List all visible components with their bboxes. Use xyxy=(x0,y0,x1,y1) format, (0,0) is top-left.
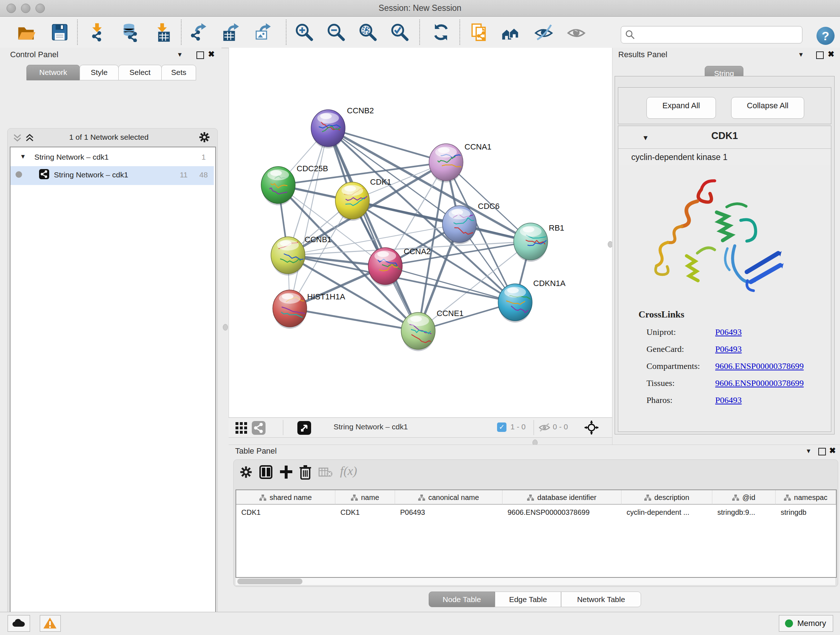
column-header-canonical-name[interactable]: canonical name xyxy=(395,490,502,505)
open-file-icon[interactable] xyxy=(17,22,36,42)
node-table[interactable]: shared name name canonical name database… xyxy=(235,489,837,578)
show-all-icon[interactable] xyxy=(567,22,586,42)
birds-eye-view-icon[interactable] xyxy=(297,421,311,435)
expand-all-button[interactable]: Expand All xyxy=(646,97,716,119)
results-panel-close-icon[interactable]: ✖ xyxy=(828,50,834,59)
table-cell[interactable]: stringdb:9... xyxy=(712,505,775,520)
hidden-items-eye-icon[interactable] xyxy=(538,423,551,432)
network-options-gear-icon[interactable] xyxy=(199,131,210,143)
export-image-icon[interactable] xyxy=(253,22,273,42)
column-header-@id[interactable]: @id xyxy=(712,490,775,505)
import-table-file-icon[interactable] xyxy=(153,22,173,42)
crosslink-value-link[interactable]: P06493 xyxy=(715,344,742,354)
share-view-icon[interactable] xyxy=(252,421,265,435)
node-CDC25B[interactable] xyxy=(261,166,295,205)
zoom-out-icon[interactable] xyxy=(326,22,346,42)
selected-nodes-checkbox-icon[interactable]: ✓ xyxy=(497,423,507,432)
help-icon[interactable]: ? xyxy=(816,27,835,45)
table-options-gear-icon[interactable] xyxy=(240,466,253,478)
table-cell[interactable]: CDK1 xyxy=(335,505,395,520)
crosslink-value-link[interactable]: P06493 xyxy=(715,395,742,405)
node-CCNB2[interactable] xyxy=(311,110,345,149)
node-label-CDC25B: CDC25B xyxy=(297,164,328,173)
tree-expander-icon[interactable]: ▼ xyxy=(20,153,26,160)
node-CDKN1A[interactable] xyxy=(498,284,532,323)
memory-status-dot-icon xyxy=(785,619,793,627)
first-neighbors-icon[interactable] xyxy=(501,22,521,42)
hide-selected-icon[interactable] xyxy=(534,22,554,42)
export-network-icon[interactable] xyxy=(189,22,209,42)
tab-style[interactable]: Style xyxy=(80,65,118,80)
tree-row-collection[interactable]: ▼ String Network – cdk1 1 xyxy=(11,149,214,166)
import-network-database-icon[interactable] xyxy=(121,22,141,42)
control-panel-close-icon[interactable]: ✖ xyxy=(208,50,215,59)
control-panel-menu-icon[interactable]: ▾ xyxy=(178,50,182,59)
node-RB1[interactable] xyxy=(514,223,548,262)
status-bar: Memory xyxy=(0,612,840,635)
table-scrollbar-thumb[interactable] xyxy=(237,578,302,584)
node-CDC6[interactable] xyxy=(442,206,477,244)
results-panel: Results Panel ▾ ✖ String Expand All Coll… xyxy=(612,48,840,445)
table-panel-menu-icon[interactable]: ▾ xyxy=(807,447,810,455)
table-cell[interactable]: cyclin-dependent ... xyxy=(622,505,712,520)
column-header-shared-name[interactable]: shared name xyxy=(236,490,335,505)
tab-edge-table[interactable]: Edge Table xyxy=(495,592,561,607)
collapse-all-button[interactable]: Collapse All xyxy=(731,97,804,119)
warning-button[interactable] xyxy=(40,615,61,632)
show-columns-icon[interactable] xyxy=(259,465,273,479)
node-label-CCNA1: CCNA1 xyxy=(464,142,492,151)
add-column-icon[interactable] xyxy=(279,465,293,479)
collapse-all-chevrons-icon[interactable] xyxy=(13,134,22,142)
tab-node-table[interactable]: Node Table xyxy=(429,592,495,607)
zoom-in-icon[interactable] xyxy=(294,22,314,42)
table-panel-float-icon[interactable] xyxy=(818,448,826,455)
column-header-description[interactable]: description xyxy=(622,490,712,505)
tab-sets[interactable]: Sets xyxy=(161,65,196,80)
tree-row-network[interactable]: String Network – cdk1 11 48 xyxy=(11,166,214,185)
node-CCNA2[interactable] xyxy=(368,248,402,287)
network-canvas[interactable]: CCNB2 CCNA1 CDC25B CDK1 CDC6 RB1 xyxy=(229,48,613,417)
table-cell[interactable]: 9606.ENSP00000378699 xyxy=(502,505,622,520)
network-tree: ▼ String Network – cdk1 1 String Network… xyxy=(10,147,216,635)
column-header-namespac[interactable]: namespac xyxy=(775,490,836,505)
grid-view-icon[interactable] xyxy=(235,422,248,434)
tab-network-table[interactable]: Network Table xyxy=(561,592,641,607)
control-panel-float-icon[interactable] xyxy=(196,51,204,59)
table-cell[interactable]: stringdb xyxy=(775,505,836,520)
table-horizontal-scrollbar[interactable] xyxy=(235,578,835,585)
zoom-fit-icon[interactable] xyxy=(358,22,378,42)
delete-column-trash-icon[interactable] xyxy=(299,464,312,480)
crosslink-value-link[interactable]: P06493 xyxy=(715,327,742,337)
node-CCNA1[interactable] xyxy=(429,144,464,182)
save-session-icon[interactable] xyxy=(50,22,69,42)
import-network-file-icon[interactable] xyxy=(88,22,108,42)
fit-selected-crosshair-icon[interactable] xyxy=(584,420,599,435)
tab-network[interactable]: Network xyxy=(27,65,80,80)
refresh-icon[interactable] xyxy=(431,22,451,42)
copy-style-icon[interactable] xyxy=(469,22,488,42)
cloud-button[interactable] xyxy=(8,615,30,632)
column-header-name[interactable]: name xyxy=(335,490,395,505)
column-header-database-identifier[interactable]: database identifier xyxy=(502,490,622,505)
delete-table-icon[interactable] xyxy=(318,467,333,478)
table-cell[interactable]: P06493 xyxy=(395,505,502,520)
tab-select[interactable]: Select xyxy=(118,65,162,80)
zoom-selected-icon[interactable] xyxy=(390,22,409,42)
table-cell[interactable]: CDK1 xyxy=(236,505,335,520)
left-splitter-handle[interactable] xyxy=(223,324,228,331)
node-CDK1[interactable] xyxy=(335,182,369,221)
search-input[interactable] xyxy=(637,28,798,41)
table-panel-close-icon[interactable]: ✖ xyxy=(829,446,836,455)
expand-all-chevrons-icon[interactable] xyxy=(25,134,34,142)
results-panel-menu-icon[interactable]: ▾ xyxy=(799,50,803,59)
node-CCNE1[interactable] xyxy=(401,312,435,351)
results-panel-float-icon[interactable] xyxy=(816,51,824,59)
memory-button[interactable]: Memory xyxy=(779,615,833,632)
crosslink-value-link[interactable]: 9606.ENSP00000378699 xyxy=(715,361,804,371)
node-HIST1H1A[interactable] xyxy=(273,290,309,329)
crosslink-value-link[interactable]: 9606.ENSP00000378699 xyxy=(715,378,804,388)
control-panel-title: Control Panel xyxy=(10,50,58,59)
export-table-icon[interactable] xyxy=(221,22,241,42)
search-box[interactable] xyxy=(621,26,802,43)
node-CCNB1[interactable] xyxy=(271,237,305,276)
